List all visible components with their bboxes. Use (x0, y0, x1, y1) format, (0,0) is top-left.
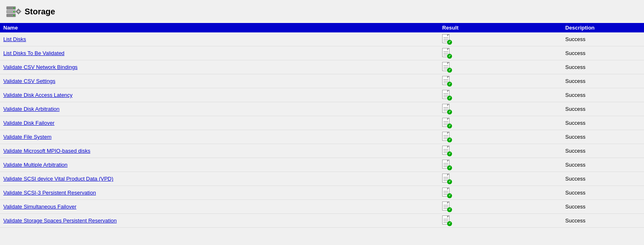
row-name-cell: Validate Microsoft MPIO-based disks (3, 148, 442, 154)
result-success-icon (442, 90, 451, 101)
svg-rect-9 (18, 13, 19, 14)
table-header-row: Name Result Description (0, 23, 644, 32)
test-name-link[interactable]: Validate File System (3, 134, 52, 140)
row-description-cell: Success (565, 50, 641, 56)
row-description-cell: Success (565, 162, 641, 168)
result-success-icon (442, 132, 451, 142)
row-name-cell: Validate Storage Spaces Persistent Reser… (3, 218, 442, 224)
row-result-cell (442, 160, 565, 170)
table-row: Validate Disk Failover Success (0, 116, 644, 130)
row-result-cell (442, 215, 565, 226)
column-header-description: Description (565, 25, 641, 31)
row-name-cell: Validate Multiple Arbitration (3, 162, 442, 168)
svg-rect-8 (18, 9, 19, 10)
svg-rect-11 (20, 11, 21, 12)
row-description-cell: Success (565, 64, 641, 70)
result-success-icon (442, 104, 451, 114)
test-name-link[interactable]: Validate Disk Arbitration (3, 106, 59, 112)
row-name-cell: Validate Disk Arbitration (3, 106, 442, 112)
svg-point-5 (14, 15, 15, 16)
table-row: Validate SCSI-3 Persistent Reservation S… (0, 186, 644, 200)
test-name-link[interactable]: Validate Disk Access Latency (3, 92, 73, 98)
row-description-cell: Success (565, 148, 641, 154)
row-result-cell (442, 146, 565, 156)
svg-point-3 (14, 7, 15, 9)
table-row: Validate Simultaneous Failover Success (0, 200, 644, 214)
column-header-result: Result (442, 25, 565, 31)
table-row: Validate SCSI device Vital Product Data … (0, 172, 644, 186)
table-row: Validate Disk Arbitration Success (0, 102, 644, 116)
test-name-link[interactable]: List Disks To Be Validated (3, 50, 64, 56)
page-header: Storage (0, 0, 644, 23)
row-result-cell (442, 62, 565, 73)
test-name-link[interactable]: Validate CSV Settings (3, 78, 55, 84)
row-description-cell: Success (565, 218, 641, 224)
result-success-icon (442, 76, 451, 87)
row-description-cell: Success (565, 78, 641, 84)
result-success-icon (442, 160, 451, 170)
column-header-name: Name (3, 25, 442, 31)
row-result-cell (442, 34, 565, 45)
row-name-cell: List Disks (3, 36, 442, 42)
result-success-icon (442, 34, 451, 45)
result-success-icon (442, 118, 451, 128)
test-name-link[interactable]: Validate Multiple Arbitration (3, 162, 68, 168)
row-name-cell: Validate Simultaneous Failover (3, 204, 442, 210)
row-description-cell: Success (565, 134, 641, 140)
row-description-cell: Success (565, 204, 641, 210)
row-description-cell: Success (565, 176, 641, 182)
row-name-cell: List Disks To Be Validated (3, 50, 442, 56)
row-result-cell (442, 104, 565, 114)
table-body: List Disks SuccessList Disks To Be Valid… (0, 32, 644, 228)
table-row: Validate Microsoft MPIO-based disks Succ… (0, 144, 644, 158)
row-result-cell (442, 188, 565, 198)
table-row: Validate CSV Network Bindings Success (0, 60, 644, 74)
test-name-link[interactable]: Validate Microsoft MPIO-based disks (3, 148, 90, 154)
test-name-link[interactable]: Validate Storage Spaces Persistent Reser… (3, 218, 117, 224)
result-success-icon (442, 146, 451, 156)
storage-icon (5, 3, 21, 20)
row-name-cell: Validate CSV Settings (3, 78, 442, 84)
results-table: Name Result Description List Disks Succe… (0, 23, 644, 228)
table-row: Validate Disk Access Latency Success (0, 88, 644, 102)
test-name-link[interactable]: List Disks (3, 36, 26, 42)
row-description-cell: Success (565, 92, 641, 98)
row-name-cell: Validate SCSI-3 Persistent Reservation (3, 190, 442, 196)
row-result-cell (442, 174, 565, 184)
row-description-cell: Success (565, 120, 641, 126)
row-name-cell: Validate Disk Access Latency (3, 92, 442, 98)
result-success-icon (442, 188, 451, 198)
row-result-cell (442, 48, 565, 59)
row-description-cell: Success (565, 190, 641, 196)
test-name-link[interactable]: Validate SCSI device Vital Product Data … (3, 176, 113, 182)
result-success-icon (442, 174, 451, 184)
table-row: Validate Multiple Arbitration Success (0, 158, 644, 172)
svg-point-7 (18, 11, 20, 13)
row-name-cell: Validate SCSI device Vital Product Data … (3, 176, 442, 182)
row-name-cell: Validate CSV Network Bindings (3, 64, 442, 70)
table-row: Validate CSV Settings Success (0, 74, 644, 88)
row-description-cell: Success (565, 106, 641, 112)
row-name-cell: Validate File System (3, 134, 442, 140)
test-name-link[interactable]: Validate CSV Network Bindings (3, 64, 78, 70)
test-name-link[interactable]: Validate SCSI-3 Persistent Reservation (3, 190, 96, 196)
row-result-cell (442, 201, 565, 212)
table-row: List Disks Success (0, 32, 644, 46)
row-result-cell (442, 132, 565, 142)
row-description-cell: Success (565, 36, 641, 42)
table-row: Validate Storage Spaces Persistent Reser… (0, 214, 644, 228)
table-row: List Disks To Be Validated Success (0, 46, 644, 60)
row-name-cell: Validate Disk Failover (3, 120, 442, 126)
result-success-icon (442, 215, 451, 226)
svg-point-4 (14, 11, 15, 12)
row-result-cell (442, 90, 565, 101)
table-row: Validate File System Success (0, 130, 644, 144)
result-success-icon (442, 48, 451, 59)
svg-rect-10 (16, 11, 17, 12)
test-name-link[interactable]: Validate Simultaneous Failover (3, 204, 76, 210)
row-result-cell (442, 76, 565, 87)
page-title: Storage (25, 7, 55, 16)
result-success-icon (442, 201, 451, 212)
result-success-icon (442, 62, 451, 73)
test-name-link[interactable]: Validate Disk Failover (3, 120, 55, 126)
